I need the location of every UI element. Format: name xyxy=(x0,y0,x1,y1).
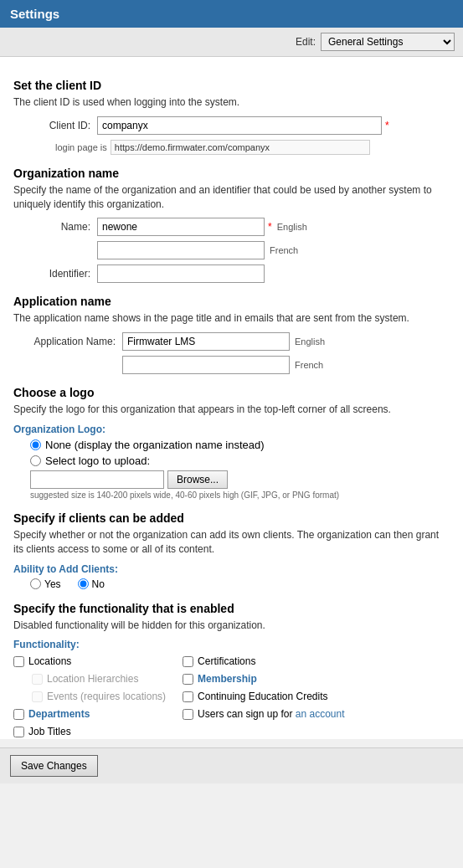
func-job-titles-checkbox[interactable] xyxy=(13,727,24,737)
func-signup-checkbox[interactable] xyxy=(183,709,193,720)
app-name-english-row: Application Name: English xyxy=(13,332,450,351)
ability-no-radio[interactable] xyxy=(78,578,89,589)
func-signup-label: Users can sign up for an account xyxy=(198,708,344,720)
org-logo-label: Organization Logo: xyxy=(13,424,450,435)
app-name-french-lang: French xyxy=(295,360,323,370)
browse-row: Browse... xyxy=(30,470,450,489)
func-events-label: Events (requires locations) xyxy=(47,691,166,702)
edit-dropdown[interactable]: General SettingsSecurity SettingsEmail S… xyxy=(321,33,455,51)
func-certifications-label: Certifications xyxy=(198,655,255,667)
logo-upload-label: Select logo to upload: xyxy=(45,455,150,467)
client-id-input[interactable] xyxy=(97,116,382,135)
identifier-input[interactable] xyxy=(97,265,265,283)
ability-yes-label: Yes xyxy=(44,578,61,590)
logo-upload-radio[interactable] xyxy=(30,455,41,466)
func-membership-label: Membership xyxy=(198,673,257,685)
ability-no: No xyxy=(78,578,105,590)
save-changes-button[interactable]: Save Changes xyxy=(10,755,98,777)
functionality-grid: Locations Location Hierarchies Events (r… xyxy=(13,654,450,739)
func-ce-credits-label: Continuing Education Credits xyxy=(198,691,327,702)
ability-no-label: No xyxy=(92,578,105,590)
func-membership-checkbox[interactable] xyxy=(183,674,193,685)
func-job-titles: Job Titles xyxy=(13,724,166,739)
func-ce-credits: Continuing Education Credits xyxy=(183,689,344,704)
logo-title: Choose a logo xyxy=(13,386,450,399)
app-name-desc: The application name shows in the page t… xyxy=(13,311,450,326)
clients-desc: Specify whether or not the organization … xyxy=(13,528,450,557)
func-location-hierarchies: Location Hierarchies xyxy=(32,671,166,686)
func-departments-checkbox[interactable] xyxy=(13,709,24,720)
app-name-french-input[interactable] xyxy=(122,356,290,374)
func-events: Events (requires locations) xyxy=(32,689,166,704)
identifier-row: Identifier: xyxy=(13,265,450,283)
clients-title: Specify if clients can be added xyxy=(13,511,450,525)
app-name-title: Application name xyxy=(13,295,450,308)
app-name-english-input[interactable] xyxy=(122,332,290,351)
identifier-label: Identifier: xyxy=(13,268,97,280)
page-title: Settings xyxy=(10,7,59,21)
client-id-row: Client ID: * xyxy=(13,116,450,135)
func-job-titles-label: Job Titles xyxy=(28,726,71,737)
app-name-label: Application Name: xyxy=(13,336,122,347)
main-content: Set the client ID The client ID is used … xyxy=(0,57,463,739)
functionality-left-col: Locations Location Hierarchies Events (r… xyxy=(13,654,166,739)
func-location-hierarchies-checkbox xyxy=(32,674,43,685)
org-name-desc: Specify the name of the organization and… xyxy=(13,183,450,212)
org-name-title: Organization name xyxy=(13,167,450,180)
functionality-desc: Disabled functionality will be hidden fo… xyxy=(13,619,450,633)
org-name-label: Name: xyxy=(13,221,97,233)
client-id-label: Client ID: xyxy=(13,120,97,131)
func-location-hierarchies-label: Location Hierarchies xyxy=(47,673,138,685)
logo-hint: suggested size is 140-200 pixels wide, 4… xyxy=(30,490,450,500)
page-header: Settings xyxy=(0,0,463,28)
func-locations: Locations xyxy=(13,654,166,669)
logo-none-label: None (display the organization name inst… xyxy=(45,439,265,451)
logo-radio-group: None (display the organization name inst… xyxy=(30,439,450,467)
client-id-required: * xyxy=(385,120,389,131)
ability-yes-radio[interactable] xyxy=(30,578,41,589)
org-name-english-input[interactable] xyxy=(97,218,265,236)
func-ce-credits-checkbox[interactable] xyxy=(183,691,193,702)
func-locations-label: Locations xyxy=(28,655,71,667)
func-certifications-checkbox[interactable] xyxy=(183,656,193,667)
browse-button[interactable]: Browse... xyxy=(167,470,228,489)
app-name-french-row: French xyxy=(13,356,450,374)
func-departments: Departments xyxy=(13,706,166,722)
logo-none-radio[interactable] xyxy=(30,439,41,450)
func-membership: Membership xyxy=(183,671,344,686)
edit-bar: Edit: General SettingsSecurity SettingsE… xyxy=(0,28,463,57)
org-name-french-lang: French xyxy=(270,245,298,255)
app-name-english-lang: English xyxy=(295,336,325,347)
org-name-english-lang: English xyxy=(277,222,307,232)
logo-desc: Specify the logo for this organization t… xyxy=(13,403,450,417)
func-certifications: Certifications xyxy=(183,654,344,669)
org-name-french-input[interactable] xyxy=(97,241,265,259)
func-departments-label: Departments xyxy=(28,708,90,720)
logo-upload-row: Select logo to upload: xyxy=(30,455,450,467)
client-id-desc: The client ID is used when logging into … xyxy=(13,95,450,110)
client-id-title: Set the client ID xyxy=(13,79,450,92)
func-locations-checkbox[interactable] xyxy=(13,656,24,667)
func-signup: Users can sign up for an account xyxy=(183,706,344,722)
edit-label: Edit: xyxy=(296,36,316,48)
footer-bar: Save Changes xyxy=(0,747,463,783)
logo-none-row: None (display the organization name inst… xyxy=(30,439,450,451)
login-page-row: login page is xyxy=(55,140,450,155)
functionality-title: Specify the functionality that is enable… xyxy=(13,602,450,615)
functionality-label: Functionality: xyxy=(13,639,450,650)
ability-label: Ability to Add Clients: xyxy=(13,563,450,575)
login-page-url xyxy=(111,140,370,155)
org-name-french-row: French xyxy=(13,241,450,259)
org-name-required: * xyxy=(268,221,272,233)
login-page-label: login page is xyxy=(55,142,107,152)
ability-yes: Yes xyxy=(30,578,61,590)
func-signup-link[interactable]: an account xyxy=(296,708,345,720)
func-events-checkbox xyxy=(32,691,43,702)
ability-options: Yes No xyxy=(30,578,450,590)
logo-file-input[interactable] xyxy=(30,470,164,489)
functionality-right-col: Certifications Membership Continuing Edu… xyxy=(183,654,344,739)
org-name-row: Name: * English xyxy=(13,218,450,236)
